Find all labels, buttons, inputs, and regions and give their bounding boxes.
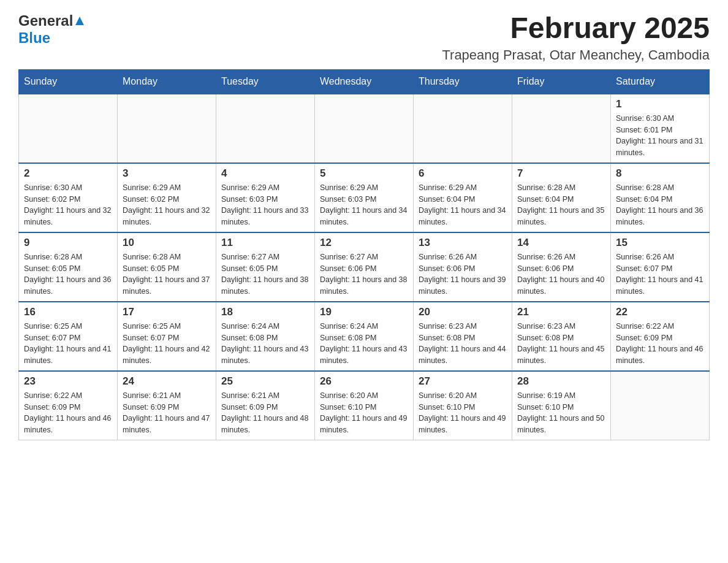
day-number: 26	[320, 375, 408, 388]
day-number: 19	[320, 306, 408, 318]
day-info: Sunrise: 6:30 AM Sunset: 6:02 PM Dayligh…	[24, 182, 112, 228]
day-info: Sunrise: 6:28 AM Sunset: 6:05 PM Dayligh…	[24, 251, 112, 297]
day-info: Sunrise: 6:24 AM Sunset: 6:08 PM Dayligh…	[221, 321, 309, 367]
day-info: Sunrise: 6:29 AM Sunset: 6:03 PM Dayligh…	[320, 182, 408, 228]
day-number: 24	[123, 375, 211, 388]
calendar-week-row: 9Sunrise: 6:28 AM Sunset: 6:05 PM Daylig…	[19, 232, 710, 302]
day-number: 17	[123, 306, 211, 318]
calendar-day-cell	[315, 94, 414, 163]
day-number: 5	[320, 167, 408, 180]
calendar-day-cell	[611, 371, 710, 440]
calendar-day-cell: 19Sunrise: 6:24 AM Sunset: 6:08 PM Dayli…	[315, 302, 414, 371]
day-number: 23	[24, 375, 112, 388]
day-number: 6	[419, 167, 507, 180]
day-info: Sunrise: 6:20 AM Sunset: 6:10 PM Dayligh…	[419, 390, 507, 436]
day-number: 16	[24, 306, 112, 318]
calendar-day-cell: 18Sunrise: 6:24 AM Sunset: 6:08 PM Dayli…	[216, 302, 315, 371]
calendar-day-cell: 26Sunrise: 6:20 AM Sunset: 6:10 PM Dayli…	[315, 371, 414, 440]
day-info: Sunrise: 6:22 AM Sunset: 6:09 PM Dayligh…	[616, 321, 704, 367]
calendar-day-cell: 22Sunrise: 6:22 AM Sunset: 6:09 PM Dayli…	[611, 302, 710, 371]
calendar-day-cell: 4Sunrise: 6:29 AM Sunset: 6:03 PM Daylig…	[216, 163, 315, 232]
calendar-week-row: 2Sunrise: 6:30 AM Sunset: 6:02 PM Daylig…	[19, 163, 710, 232]
day-info: Sunrise: 6:27 AM Sunset: 6:05 PM Dayligh…	[221, 251, 309, 297]
day-number: 18	[221, 306, 309, 318]
day-number: 1	[616, 98, 704, 110]
day-number: 2	[24, 167, 112, 180]
calendar-day-cell: 27Sunrise: 6:20 AM Sunset: 6:10 PM Dayli…	[414, 371, 512, 440]
day-number: 28	[517, 375, 605, 388]
calendar-day-cell	[19, 94, 118, 163]
day-info: Sunrise: 6:29 AM Sunset: 6:03 PM Dayligh…	[221, 182, 309, 228]
page-header: General Blue February 2025 Trapeang Pras…	[18, 12, 710, 63]
calendar-day-cell: 16Sunrise: 6:25 AM Sunset: 6:07 PM Dayli…	[19, 302, 118, 371]
calendar-day-cell: 21Sunrise: 6:23 AM Sunset: 6:08 PM Dayli…	[512, 302, 611, 371]
calendar-day-header: Wednesday	[315, 69, 414, 94]
logo-triangle-icon	[74, 15, 85, 26]
calendar-day-cell: 20Sunrise: 6:23 AM Sunset: 6:08 PM Dayli…	[414, 302, 512, 371]
logo-blue-text: Blue	[18, 29, 50, 46]
day-info: Sunrise: 6:29 AM Sunset: 6:04 PM Dayligh…	[419, 182, 507, 228]
main-title: February 2025	[442, 12, 710, 45]
day-info: Sunrise: 6:21 AM Sunset: 6:09 PM Dayligh…	[221, 390, 309, 436]
calendar-week-row: 1Sunrise: 6:30 AM Sunset: 6:01 PM Daylig…	[19, 94, 710, 163]
day-info: Sunrise: 6:28 AM Sunset: 6:04 PM Dayligh…	[616, 182, 704, 228]
calendar-day-cell: 1Sunrise: 6:30 AM Sunset: 6:01 PM Daylig…	[611, 94, 710, 163]
calendar-day-cell: 10Sunrise: 6:28 AM Sunset: 6:05 PM Dayli…	[118, 232, 216, 302]
day-number: 15	[616, 237, 704, 249]
day-number: 4	[221, 167, 309, 180]
day-number: 7	[517, 167, 605, 180]
calendar-day-cell: 24Sunrise: 6:21 AM Sunset: 6:09 PM Dayli…	[118, 371, 216, 440]
day-number: 22	[616, 306, 704, 318]
calendar-header-row: SundayMondayTuesdayWednesdayThursdayFrid…	[19, 69, 710, 94]
calendar-day-cell: 9Sunrise: 6:28 AM Sunset: 6:05 PM Daylig…	[19, 232, 118, 302]
calendar-day-cell: 3Sunrise: 6:29 AM Sunset: 6:02 PM Daylig…	[118, 163, 216, 232]
calendar-day-cell: 7Sunrise: 6:28 AM Sunset: 6:04 PM Daylig…	[512, 163, 611, 232]
day-info: Sunrise: 6:19 AM Sunset: 6:10 PM Dayligh…	[517, 390, 605, 436]
day-number: 3	[123, 167, 211, 180]
subtitle: Trapeang Prasat, Otar Meanchey, Cambodia	[442, 47, 710, 63]
calendar-day-header: Sunday	[19, 69, 118, 94]
day-number: 27	[419, 375, 507, 388]
calendar-day-cell	[216, 94, 315, 163]
calendar-day-header: Tuesday	[216, 69, 315, 94]
calendar-day-cell: 23Sunrise: 6:22 AM Sunset: 6:09 PM Dayli…	[19, 371, 118, 440]
calendar-day-cell: 12Sunrise: 6:27 AM Sunset: 6:06 PM Dayli…	[315, 232, 414, 302]
calendar-day-cell	[512, 94, 611, 163]
day-number: 13	[419, 237, 507, 249]
day-number: 25	[221, 375, 309, 388]
day-info: Sunrise: 6:23 AM Sunset: 6:08 PM Dayligh…	[517, 321, 605, 367]
day-info: Sunrise: 6:29 AM Sunset: 6:02 PM Dayligh…	[123, 182, 211, 228]
day-info: Sunrise: 6:21 AM Sunset: 6:09 PM Dayligh…	[123, 390, 211, 436]
calendar-day-cell: 5Sunrise: 6:29 AM Sunset: 6:03 PM Daylig…	[315, 163, 414, 232]
day-info: Sunrise: 6:23 AM Sunset: 6:08 PM Dayligh…	[419, 321, 507, 367]
calendar-table: SundayMondayTuesdayWednesdayThursdayFrid…	[18, 69, 710, 440]
calendar-day-cell: 2Sunrise: 6:30 AM Sunset: 6:02 PM Daylig…	[19, 163, 118, 232]
calendar-day-cell	[414, 94, 512, 163]
calendar-day-header: Friday	[512, 69, 611, 94]
calendar-day-cell: 17Sunrise: 6:25 AM Sunset: 6:07 PM Dayli…	[118, 302, 216, 371]
calendar-day-header: Thursday	[414, 69, 512, 94]
day-number: 12	[320, 237, 408, 249]
calendar-day-cell: 13Sunrise: 6:26 AM Sunset: 6:06 PM Dayli…	[414, 232, 512, 302]
day-info: Sunrise: 6:24 AM Sunset: 6:08 PM Dayligh…	[320, 321, 408, 367]
day-info: Sunrise: 6:20 AM Sunset: 6:10 PM Dayligh…	[320, 390, 408, 436]
calendar-day-cell: 28Sunrise: 6:19 AM Sunset: 6:10 PM Dayli…	[512, 371, 611, 440]
svg-marker-0	[75, 17, 84, 25]
day-number: 8	[616, 167, 704, 180]
calendar-day-cell: 11Sunrise: 6:27 AM Sunset: 6:05 PM Dayli…	[216, 232, 315, 302]
calendar-day-cell: 25Sunrise: 6:21 AM Sunset: 6:09 PM Dayli…	[216, 371, 315, 440]
calendar-day-cell: 6Sunrise: 6:29 AM Sunset: 6:04 PM Daylig…	[414, 163, 512, 232]
logo: General Blue	[18, 12, 85, 47]
calendar-day-cell: 14Sunrise: 6:26 AM Sunset: 6:06 PM Dayli…	[512, 232, 611, 302]
day-info: Sunrise: 6:25 AM Sunset: 6:07 PM Dayligh…	[24, 321, 112, 367]
calendar-day-cell	[118, 94, 216, 163]
day-number: 21	[517, 306, 605, 318]
day-info: Sunrise: 6:27 AM Sunset: 6:06 PM Dayligh…	[320, 251, 408, 297]
day-number: 9	[24, 237, 112, 249]
day-info: Sunrise: 6:25 AM Sunset: 6:07 PM Dayligh…	[123, 321, 211, 367]
day-info: Sunrise: 6:28 AM Sunset: 6:04 PM Dayligh…	[517, 182, 605, 228]
calendar-day-cell: 8Sunrise: 6:28 AM Sunset: 6:04 PM Daylig…	[611, 163, 710, 232]
day-info: Sunrise: 6:26 AM Sunset: 6:06 PM Dayligh…	[517, 251, 605, 297]
logo-general-text: General	[18, 12, 73, 29]
title-area: February 2025 Trapeang Prasat, Otar Mean…	[442, 12, 710, 63]
